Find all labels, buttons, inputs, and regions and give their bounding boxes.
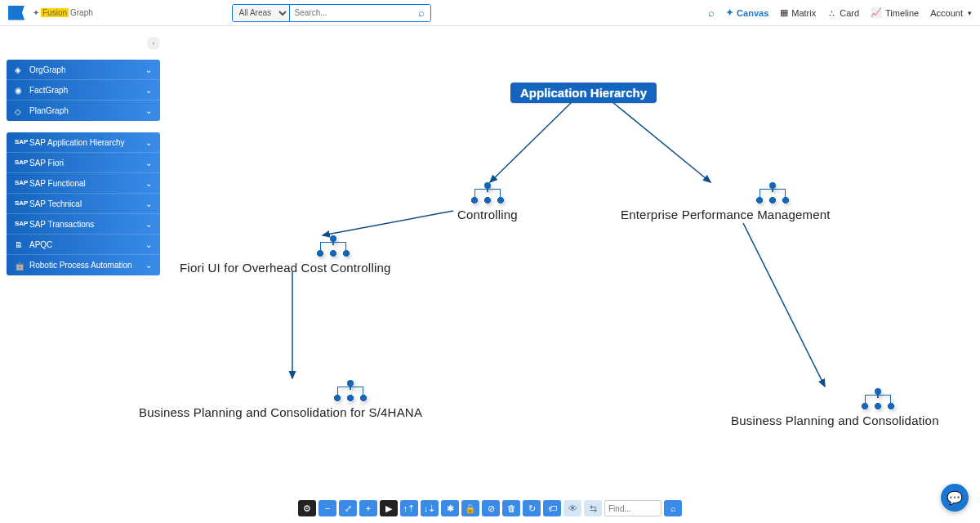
delete-button[interactable]: 🗑	[502, 500, 520, 516]
hierarchy-icon	[317, 235, 350, 257]
expand-up-button[interactable]: ↑⇡	[400, 500, 418, 516]
search-icon[interactable]: ⌕	[708, 7, 715, 19]
node-bpc-s4[interactable]: Business Planning and Consolidation for …	[139, 380, 422, 419]
nav-card[interactable]: ⛬Card	[827, 8, 859, 18]
node-root[interactable]: Application Hierarchy	[510, 83, 657, 103]
search-box: All Areas ⌕	[232, 4, 431, 22]
fit-button[interactable]: ⤢	[339, 500, 357, 516]
find-input[interactable]	[604, 500, 662, 516]
bottom-toolbar: ⚙ − ⤢ + ▶ ↑⇡ ↓⇣ ✱ 🔒 ⊘ 🗑 ↻ 🏷 👁 ⇆ ⌕	[298, 500, 682, 516]
settings-button[interactable]: ⚙	[298, 500, 316, 516]
search-scope-select[interactable]: All Areas	[233, 5, 290, 21]
hierarchy-icon	[471, 182, 504, 203]
node-epm[interactable]: Enterprise Performance Management	[621, 182, 831, 221]
node-root-label: Application Hierarchy	[510, 83, 657, 103]
hierarchy-icon	[862, 388, 894, 409]
search-input[interactable]	[290, 5, 412, 21]
node-bpc[interactable]: Business Planning and Consolidation	[731, 388, 939, 427]
svg-line-2	[323, 211, 453, 235]
tag-button[interactable]: 🏷	[543, 500, 561, 516]
node-controlling[interactable]: Controlling	[457, 182, 518, 221]
find-button[interactable]: ⌕	[664, 500, 682, 516]
connection-arrows	[0, 27, 980, 523]
zoom-out-button[interactable]: −	[318, 500, 336, 516]
hide-button[interactable]: 👁	[564, 500, 581, 516]
svg-line-4	[743, 223, 825, 387]
nav-matrix[interactable]: ▦Matrix	[780, 7, 816, 18]
nav-account[interactable]: Account	[930, 8, 972, 18]
star-button[interactable]: ✱	[441, 500, 459, 516]
svg-line-1	[612, 102, 710, 182]
canvas-area[interactable]: Application Hierarchy Controlling Enterp…	[0, 27, 980, 523]
node-fiori-overhead[interactable]: Fiori UI for Overhead Cost Controlling	[180, 235, 391, 275]
lock-button[interactable]: 🔒	[461, 500, 479, 516]
brand-text: ✦ FusionGraph	[33, 8, 93, 17]
nav-timeline[interactable]: 📈Timeline	[871, 7, 919, 18]
expand-down-button[interactable]: ↓⇣	[421, 500, 439, 516]
flag-icon	[8, 6, 24, 20]
layout-button[interactable]: ⇆	[584, 500, 602, 516]
app-logo[interactable]: ✦ FusionGraph	[8, 6, 93, 20]
block-button[interactable]: ⊘	[482, 500, 500, 516]
search-button[interactable]: ⌕	[412, 5, 430, 21]
hierarchy-icon	[756, 182, 789, 203]
refresh-button[interactable]: ↻	[523, 500, 541, 516]
chat-bubble-button[interactable]: 💬	[941, 484, 969, 512]
hierarchy-icon	[334, 380, 367, 401]
nav-canvas[interactable]: ✦Canvas	[726, 7, 768, 18]
zoom-in-button[interactable]: +	[359, 500, 377, 516]
svg-line-0	[490, 102, 572, 182]
play-button[interactable]: ▶	[380, 500, 398, 516]
